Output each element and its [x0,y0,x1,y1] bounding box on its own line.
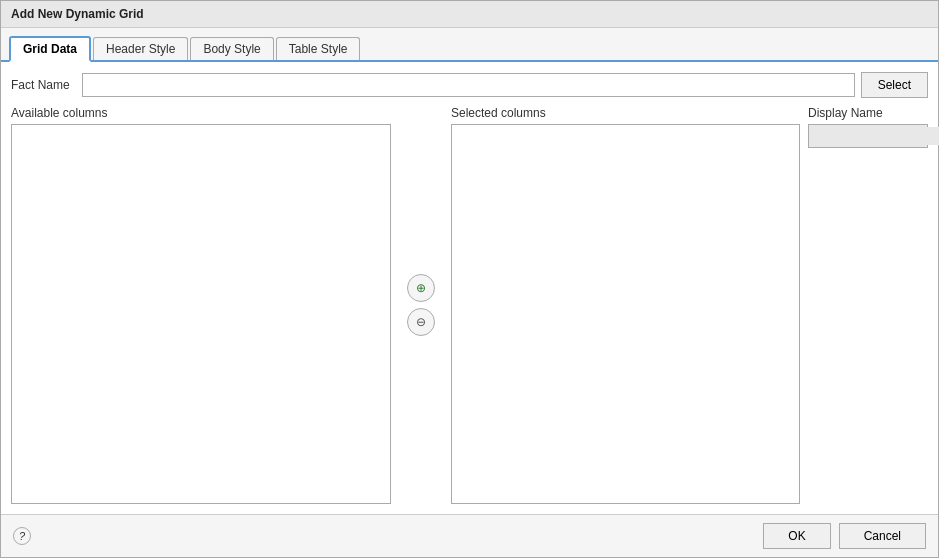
selected-columns-label: Selected columns [451,106,800,120]
columns-area: Available columns ⊕ ⊖ Selected columns D… [11,106,928,504]
display-name-input[interactable] [809,127,939,145]
available-columns-section: Available columns [11,106,391,504]
transfer-buttons: ⊕ ⊖ [391,106,451,504]
add-icon: ⊕ [416,282,426,294]
display-name-section: Display Name ⊕ [808,106,928,504]
footer-right: OK Cancel [763,523,926,549]
available-columns-label: Available columns [11,106,391,120]
available-columns-list[interactable] [11,124,391,504]
content-area: Fact Name Select Available columns ⊕ ⊖ S… [1,62,938,514]
cancel-button[interactable]: Cancel [839,523,926,549]
right-panel: Selected columns Display Name ⊕ [451,106,928,504]
remove-column-button[interactable]: ⊖ [407,308,435,336]
footer-left: ? [13,527,31,545]
tab-body-style[interactable]: Body Style [190,37,273,60]
selected-columns-section: Selected columns [451,106,800,504]
dialog-footer: ? OK Cancel [1,514,938,557]
dialog: Add New Dynamic Grid Grid Data Header St… [0,0,939,558]
fact-name-label: Fact Name [11,78,76,92]
fact-name-input[interactable] [82,73,855,97]
remove-icon: ⊖ [416,316,426,328]
tab-grid-data[interactable]: Grid Data [9,36,91,62]
display-name-input-row: ⊕ [808,124,928,148]
tabs-area: Grid Data Header Style Body Style Table … [1,28,938,62]
help-icon[interactable]: ? [13,527,31,545]
tab-table-style[interactable]: Table Style [276,37,361,60]
display-name-label: Display Name [808,106,928,120]
dialog-title: Add New Dynamic Grid [1,1,938,28]
selected-columns-list[interactable] [451,124,800,504]
add-column-button[interactable]: ⊕ [407,274,435,302]
ok-button[interactable]: OK [763,523,830,549]
select-button[interactable]: Select [861,72,928,98]
tab-header-style[interactable]: Header Style [93,37,188,60]
fact-name-row: Fact Name Select [11,72,928,98]
